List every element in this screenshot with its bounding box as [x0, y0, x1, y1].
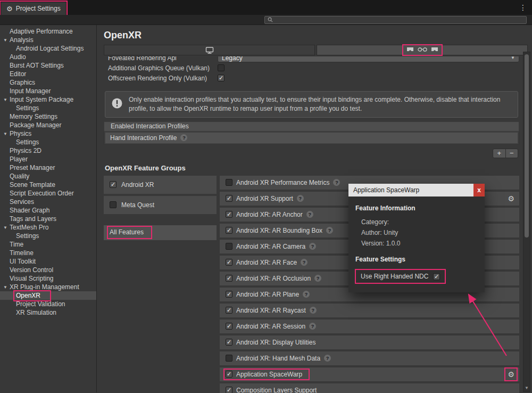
feature-checkbox[interactable]: [226, 387, 232, 393]
ndc-checkbox[interactable]: [433, 273, 440, 280]
feature-checkbox[interactable]: [226, 323, 232, 330]
sidebar-item[interactable]: Time: [0, 240, 96, 249]
feature-checkbox[interactable]: [226, 243, 232, 250]
feature-group-checkbox[interactable]: [110, 201, 117, 208]
feature-checkbox[interactable]: [226, 259, 232, 266]
sidebar-item-label: TextMesh Pro: [10, 224, 48, 231]
feature-information-header: Feature Information: [355, 204, 478, 212]
feature-checkbox[interactable]: [226, 339, 232, 346]
help-icon[interactable]: ?: [301, 259, 307, 266]
sidebar-item[interactable]: Input Manager: [0, 87, 96, 95]
all-features-button[interactable]: All Features: [104, 225, 217, 240]
sidebar-item[interactable]: ▼ Input System Package: [0, 95, 96, 104]
feature-settings-gear-icon[interactable]: ⚙: [508, 371, 514, 378]
sidebar-item[interactable]: Quality: [0, 172, 96, 181]
foveated-rendering-dropdown[interactable]: Legacy ▼: [218, 56, 519, 62]
feature-checkbox[interactable]: [226, 211, 232, 218]
feature-checkbox[interactable]: [226, 307, 232, 314]
feature-row[interactable]: Android XR: Hand Mesh Data ? ⚙: [220, 351, 519, 365]
help-icon[interactable]: ?: [303, 291, 310, 298]
feature-settings-gear-icon[interactable]: ⚙: [508, 195, 514, 202]
feature-row[interactable]: Application SpaceWarp ? ⚙: [220, 367, 519, 381]
sidebar-item[interactable]: Adaptive Performance: [0, 27, 96, 36]
sidebar-item[interactable]: Android Logcat Settings: [0, 44, 96, 53]
sidebar-item[interactable]: Services: [0, 198, 96, 206]
platform-tab-desktop[interactable]: [104, 45, 315, 55]
setting-checkbox[interactable]: [218, 75, 225, 81]
sidebar-item[interactable]: Visual Scripting: [0, 274, 96, 283]
feature-row[interactable]: Android XR: Display Utilities ? ⚙: [220, 335, 519, 349]
sidebar-item[interactable]: XR Simulation: [0, 308, 96, 317]
feature-row[interactable]: Android XR: AR Session ? ⚙: [220, 320, 519, 333]
sidebar-item[interactable]: Audio: [0, 53, 96, 61]
feature-checkbox[interactable]: [226, 275, 232, 282]
platform-tab-android-xr[interactable]: [317, 45, 528, 55]
project-settings-tab[interactable]: ⚙ Project Settings: [1, 2, 66, 15]
sidebar-item[interactable]: Preset Manager: [0, 163, 96, 172]
feature-checkbox[interactable]: [226, 195, 232, 202]
scrollbar-down-arrow[interactable]: ▼: [523, 386, 530, 390]
sidebar-item[interactable]: Burst AOT Settings: [0, 61, 96, 70]
sidebar-item[interactable]: Memory Settings: [0, 112, 96, 121]
search-input[interactable]: [275, 17, 523, 23]
vr-headset-icon: [431, 46, 438, 54]
help-icon[interactable]: ?: [333, 179, 340, 186]
sidebar-item[interactable]: ▼ Analysis: [0, 36, 96, 44]
sidebar-item[interactable]: Graphics: [0, 78, 96, 87]
sidebar-item[interactable]: Project Validation: [0, 300, 96, 308]
kebab-menu-icon[interactable]: ⋮: [519, 3, 527, 12]
sidebar-item[interactable]: ▼ Physics: [0, 129, 96, 138]
close-icon[interactable]: x: [473, 184, 485, 196]
sidebar-item[interactable]: Tags and Layers: [0, 215, 96, 223]
feature-group-checkbox[interactable]: [110, 181, 117, 188]
help-icon[interactable]: ?: [314, 275, 321, 282]
sidebar-item[interactable]: OpenXR: [0, 291, 96, 300]
vertical-scrollbar[interactable]: ▼: [523, 52, 530, 392]
help-icon[interactable]: ?: [309, 323, 316, 330]
interaction-profile-row[interactable]: Hand Interaction Profile ?: [105, 133, 518, 143]
sidebar-item[interactable]: Settings: [0, 138, 96, 146]
help-icon[interactable]: ?: [326, 227, 333, 234]
remove-profile-button[interactable]: −: [506, 149, 518, 158]
sidebar-item[interactable]: Editor: [0, 70, 96, 78]
sidebar-item[interactable]: Timeline: [0, 249, 96, 257]
help-icon[interactable]: ?: [297, 195, 304, 202]
feature-checkbox[interactable]: [226, 227, 232, 234]
feature-label: Android XR: AR Face: [236, 259, 297, 266]
feature-checkbox[interactable]: [226, 355, 232, 362]
sidebar-item-label: Memory Settings: [10, 113, 57, 120]
sidebar-item[interactable]: Shader Graph: [0, 206, 96, 215]
foldout-arrow-icon[interactable]: ▼: [3, 38, 10, 43]
feature-row[interactable]: Android XR: AR Raycast ? ⚙: [220, 304, 519, 317]
help-icon[interactable]: ?: [324, 355, 331, 362]
feature-group-row[interactable]: Meta Quest: [104, 196, 217, 214]
foldout-arrow-icon[interactable]: ▼: [3, 97, 10, 102]
sidebar-item[interactable]: UI Toolkit: [0, 257, 96, 266]
help-icon[interactable]: ?: [306, 211, 313, 218]
sidebar-item[interactable]: Scene Template: [0, 181, 96, 189]
setting-checkbox[interactable]: [218, 64, 225, 71]
help-icon[interactable]: ?: [310, 307, 317, 314]
sidebar-item[interactable]: Settings: [0, 232, 96, 240]
feature-checkbox[interactable]: [226, 371, 232, 378]
help-icon[interactable]: ?: [309, 243, 316, 250]
search-field[interactable]: [264, 16, 527, 24]
sidebar-item[interactable]: Package Manager: [0, 121, 96, 129]
sidebar-item[interactable]: Settings: [0, 104, 96, 112]
sidebar-item[interactable]: Physics 2D: [0, 146, 96, 155]
help-icon[interactable]: ?: [180, 134, 187, 141]
sidebar-item[interactable]: ▼ TextMesh Pro: [0, 223, 96, 232]
feature-group-row[interactable]: Android XR: [104, 176, 217, 194]
sidebar-item[interactable]: Script Execution Order: [0, 189, 96, 198]
foldout-arrow-icon[interactable]: ▼: [3, 285, 10, 290]
feature-row[interactable]: Composition Layers Support ? ⚙: [220, 383, 519, 393]
feature-checkbox[interactable]: [226, 179, 232, 186]
sidebar-item[interactable]: Player: [0, 155, 96, 163]
foldout-arrow-icon[interactable]: ▼: [3, 225, 10, 230]
scrollbar-thumb[interactable]: [525, 54, 529, 238]
sidebar-item[interactable]: Version Control: [0, 266, 96, 274]
foldout-arrow-icon[interactable]: ▼: [3, 132, 10, 136]
add-profile-button[interactable]: +: [493, 149, 506, 158]
feature-checkbox[interactable]: [226, 291, 232, 298]
sidebar-item[interactable]: ▼ XR Plug-in Management: [0, 283, 96, 291]
